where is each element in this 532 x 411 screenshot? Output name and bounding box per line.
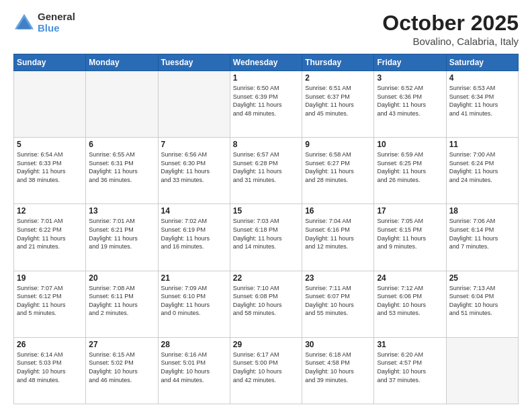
day-info: Sunrise: 6:14 AM Sunset: 5:03 PM Dayligh… (17, 351, 83, 384)
calendar-cell: 27Sunrise: 6:15 AM Sunset: 5:02 PM Dayli… (86, 337, 158, 404)
calendar-cell: 23Sunrise: 7:11 AM Sunset: 6:07 PM Dayli… (302, 271, 374, 337)
title-block: October 2025 Bovalino, Calabria, Italy (382, 11, 519, 47)
logo-text: General Blue (38, 11, 75, 34)
calendar-cell: 16Sunrise: 7:04 AM Sunset: 6:16 PM Dayli… (302, 204, 374, 271)
page: General Blue October 2025 Bovalino, Cala… (0, 0, 532, 411)
day-number: 22 (233, 273, 299, 283)
calendar-cell: 10Sunrise: 6:59 AM Sunset: 6:25 PM Dayli… (374, 138, 446, 204)
day-number: 19 (17, 273, 83, 283)
day-info: Sunrise: 7:00 AM Sunset: 6:24 PM Dayligh… (449, 150, 515, 184)
calendar-cell: 31Sunrise: 6:20 AM Sunset: 4:57 PM Dayli… (374, 337, 446, 404)
week-row-4: 19Sunrise: 7:07 AM Sunset: 6:12 PM Dayli… (14, 271, 519, 337)
calendar-header-wednesday: Wednesday (230, 54, 302, 71)
day-number: 12 (17, 206, 83, 216)
calendar-header-saturday: Saturday (446, 54, 518, 71)
day-info: Sunrise: 7:03 AM Sunset: 6:18 PM Dayligh… (233, 217, 299, 250)
day-number: 23 (305, 273, 371, 283)
calendar-cell: 26Sunrise: 6:14 AM Sunset: 5:03 PM Dayli… (14, 337, 86, 404)
day-info: Sunrise: 7:02 AM Sunset: 6:19 PM Dayligh… (161, 217, 227, 250)
calendar-cell: 5Sunrise: 6:54 AM Sunset: 6:33 PM Daylig… (14, 138, 86, 204)
day-info: Sunrise: 6:59 AM Sunset: 6:25 PM Dayligh… (377, 150, 443, 184)
day-info: Sunrise: 7:13 AM Sunset: 6:04 PM Dayligh… (449, 284, 515, 318)
week-row-2: 5Sunrise: 6:54 AM Sunset: 6:33 PM Daylig… (14, 138, 519, 204)
calendar-header-monday: Monday (86, 54, 158, 71)
calendar-cell: 3Sunrise: 6:52 AM Sunset: 6:36 PM Daylig… (374, 71, 446, 138)
day-info: Sunrise: 6:58 AM Sunset: 6:27 PM Dayligh… (305, 150, 371, 184)
day-info: Sunrise: 7:01 AM Sunset: 6:21 PM Dayligh… (89, 217, 154, 250)
day-number: 20 (89, 273, 154, 283)
day-number: 21 (161, 273, 227, 283)
day-info: Sunrise: 6:52 AM Sunset: 6:36 PM Dayligh… (377, 84, 443, 118)
day-info: Sunrise: 6:17 AM Sunset: 5:00 PM Dayligh… (233, 351, 299, 384)
subtitle: Bovalino, Calabria, Italy (382, 36, 519, 47)
day-info: Sunrise: 7:10 AM Sunset: 6:08 PM Dayligh… (233, 284, 299, 318)
day-number: 4 (449, 73, 515, 83)
day-number: 8 (233, 140, 299, 149)
day-info: Sunrise: 7:12 AM Sunset: 6:06 PM Dayligh… (377, 284, 443, 318)
calendar-cell: 11Sunrise: 7:00 AM Sunset: 6:24 PM Dayli… (446, 138, 518, 204)
day-number: 28 (161, 340, 227, 349)
header: General Blue October 2025 Bovalino, Cala… (13, 11, 519, 47)
calendar-cell: 14Sunrise: 7:02 AM Sunset: 6:19 PM Dayli… (158, 204, 230, 271)
day-info: Sunrise: 7:05 AM Sunset: 6:15 PM Dayligh… (377, 217, 443, 250)
calendar-cell: 6Sunrise: 6:55 AM Sunset: 6:31 PM Daylig… (86, 138, 158, 204)
day-number: 7 (161, 140, 227, 149)
day-number: 14 (161, 206, 227, 216)
calendar-cell: 28Sunrise: 6:16 AM Sunset: 5:01 PM Dayli… (158, 337, 230, 404)
calendar-cell (158, 71, 230, 138)
calendar-cell: 22Sunrise: 7:10 AM Sunset: 6:08 PM Dayli… (230, 271, 302, 337)
day-info: Sunrise: 6:18 AM Sunset: 4:58 PM Dayligh… (305, 351, 371, 384)
day-info: Sunrise: 6:53 AM Sunset: 6:34 PM Dayligh… (449, 84, 515, 118)
calendar-cell: 8Sunrise: 6:57 AM Sunset: 6:28 PM Daylig… (230, 138, 302, 204)
calendar-cell: 19Sunrise: 7:07 AM Sunset: 6:12 PM Dayli… (14, 271, 86, 337)
day-info: Sunrise: 7:08 AM Sunset: 6:11 PM Dayligh… (89, 284, 154, 318)
day-info: Sunrise: 6:15 AM Sunset: 5:02 PM Dayligh… (89, 351, 154, 384)
calendar-cell: 9Sunrise: 6:58 AM Sunset: 6:27 PM Daylig… (302, 138, 374, 204)
main-title: October 2025 (382, 11, 519, 36)
day-info: Sunrise: 7:07 AM Sunset: 6:12 PM Dayligh… (17, 284, 83, 318)
day-number: 3 (377, 73, 443, 83)
day-info: Sunrise: 7:06 AM Sunset: 6:14 PM Dayligh… (449, 217, 515, 250)
day-number: 26 (17, 340, 83, 349)
day-number: 15 (233, 206, 299, 216)
day-number: 10 (377, 140, 443, 149)
day-info: Sunrise: 7:09 AM Sunset: 6:10 PM Dayligh… (161, 284, 227, 318)
day-number: 11 (449, 140, 515, 149)
day-number: 27 (89, 340, 154, 349)
calendar-cell: 20Sunrise: 7:08 AM Sunset: 6:11 PM Dayli… (86, 271, 158, 337)
day-info: Sunrise: 7:01 AM Sunset: 6:22 PM Dayligh… (17, 217, 83, 250)
calendar-cell: 25Sunrise: 7:13 AM Sunset: 6:04 PM Dayli… (446, 271, 518, 337)
week-row-5: 26Sunrise: 6:14 AM Sunset: 5:03 PM Dayli… (14, 337, 519, 404)
calendar-cell: 21Sunrise: 7:09 AM Sunset: 6:10 PM Dayli… (158, 271, 230, 337)
calendar-cell: 15Sunrise: 7:03 AM Sunset: 6:18 PM Dayli… (230, 204, 302, 271)
calendar-cell: 13Sunrise: 7:01 AM Sunset: 6:21 PM Dayli… (86, 204, 158, 271)
day-info: Sunrise: 7:04 AM Sunset: 6:16 PM Dayligh… (305, 217, 371, 250)
day-info: Sunrise: 6:16 AM Sunset: 5:01 PM Dayligh… (161, 351, 227, 384)
day-info: Sunrise: 6:56 AM Sunset: 6:30 PM Dayligh… (161, 150, 227, 184)
calendar-cell (86, 71, 158, 138)
calendar-cell: 7Sunrise: 6:56 AM Sunset: 6:30 PM Daylig… (158, 138, 230, 204)
calendar-cell: 12Sunrise: 7:01 AM Sunset: 6:22 PM Dayli… (14, 204, 86, 271)
calendar-cell: 2Sunrise: 6:51 AM Sunset: 6:37 PM Daylig… (302, 71, 374, 138)
calendar-cell: 1Sunrise: 6:50 AM Sunset: 6:39 PM Daylig… (230, 71, 302, 138)
calendar-header-row: SundayMondayTuesdayWednesdayThursdayFrid… (14, 54, 519, 71)
calendar-cell (446, 337, 518, 404)
day-number: 17 (377, 206, 443, 216)
day-number: 1 (233, 73, 299, 83)
day-number: 5 (17, 140, 83, 149)
day-info: Sunrise: 6:54 AM Sunset: 6:33 PM Dayligh… (17, 150, 83, 184)
day-info: Sunrise: 6:20 AM Sunset: 4:57 PM Dayligh… (377, 351, 443, 384)
calendar-cell: 4Sunrise: 6:53 AM Sunset: 6:34 PM Daylig… (446, 71, 518, 138)
day-number: 13 (89, 206, 154, 216)
day-info: Sunrise: 7:11 AM Sunset: 6:07 PM Dayligh… (305, 284, 371, 318)
day-info: Sunrise: 6:50 AM Sunset: 6:39 PM Dayligh… (233, 84, 299, 118)
calendar-table: SundayMondayTuesdayWednesdayThursdayFrid… (13, 54, 519, 404)
day-number: 16 (305, 206, 371, 216)
calendar-cell: 30Sunrise: 6:18 AM Sunset: 4:58 PM Dayli… (302, 337, 374, 404)
day-number: 30 (305, 340, 371, 349)
calendar-cell: 29Sunrise: 6:17 AM Sunset: 5:00 PM Dayli… (230, 337, 302, 404)
day-number: 6 (89, 140, 154, 149)
day-info: Sunrise: 6:57 AM Sunset: 6:28 PM Dayligh… (233, 150, 299, 184)
logo-icon (13, 13, 35, 32)
day-number: 25 (449, 273, 515, 283)
